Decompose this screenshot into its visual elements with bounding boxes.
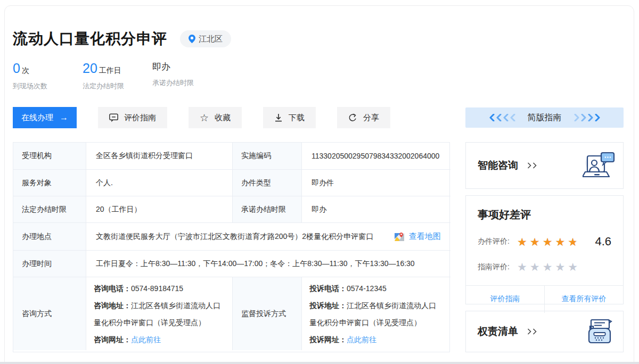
simple-guide-label: 简版指南 xyxy=(528,112,562,123)
location-value: 文教街道便民服务大厅（宁波市江北区文教街道育才路200号）2楼量化积分申评窗口 xyxy=(96,232,373,242)
stat-promise-limit-label: 承诺办结时限 xyxy=(152,78,222,88)
stat-legal-limit-value: 20 xyxy=(83,61,97,76)
complaint-web-line: 投诉网址：点此前往 xyxy=(309,331,376,348)
row-label: 监督投诉方式 xyxy=(232,277,301,350)
row-label: 办件类型 xyxy=(232,169,301,196)
rating-card-title: 事项好差评 xyxy=(478,208,623,222)
star-outline-icon: ☆ xyxy=(200,113,209,123)
location-cell: 文教街道便民服务大厅（宁波市江北区文教街道育才路200号）2楼量化积分申评窗口 … xyxy=(86,222,450,250)
share-label: 分享 xyxy=(363,113,379,123)
download-label: 下载 xyxy=(289,113,305,123)
download-button[interactable]: 下载 xyxy=(263,107,316,128)
complaint-phone-line: 投诉电话：0574-12345 xyxy=(309,280,387,297)
consult-phone-line: 咨询电话：0574-89184715 xyxy=(94,280,183,297)
consult-phone-label: 咨询电话： xyxy=(94,284,131,293)
stat-legal-limit-label: 法定办结时限 xyxy=(83,81,152,91)
typewriter-icon xyxy=(584,319,615,344)
favorite-button[interactable]: ☆ 收藏 xyxy=(189,107,242,128)
case-rating-row: 办件评价: ★★★★★★★★★★ 4.6 xyxy=(466,235,623,249)
guide-rating-label: 指南评价: xyxy=(478,262,517,272)
row-label: 办理地点 xyxy=(13,222,86,250)
view-map-link[interactable]: 查看地图 xyxy=(394,231,441,242)
complaint-web-label: 投诉网址： xyxy=(309,335,347,344)
region-badge-label: 江北区 xyxy=(199,34,223,44)
row-value: 1133020500295079834332002064000 xyxy=(301,143,450,169)
consult-address-label: 咨询地址： xyxy=(94,301,131,310)
consult-web-label: 咨询网址： xyxy=(94,335,131,344)
download-icon xyxy=(274,113,283,122)
stat-legal-limit-unit: 工作日 xyxy=(99,66,121,76)
case-rating-stars: ★★★★★★★★★★ xyxy=(517,236,580,247)
online-consult-icon xyxy=(583,151,616,180)
location-pin-icon xyxy=(189,35,195,43)
row-label: 实施编码 xyxy=(232,143,301,169)
arrow-right-icon: → xyxy=(60,113,68,122)
view-all-reviews-link[interactable]: 查看所有评价 xyxy=(544,286,623,313)
row-label: 服务对象 xyxy=(13,169,86,196)
simple-guide-button[interactable]: 简版指南 xyxy=(465,107,624,128)
duty-list-title: 权责清单 xyxy=(478,325,518,338)
rating-card: 事项好差评 办件评价: ★★★★★★★★★★ 4.6 指南评价: ★★★★★★★… xyxy=(465,195,624,304)
complaint-phone-value: 0574-12345 xyxy=(347,284,387,293)
smart-consult-card[interactable]: 智能咨询 xyxy=(465,142,624,189)
favorite-label: 收藏 xyxy=(215,113,231,123)
rating-guide-link[interactable]: 评价指南 xyxy=(466,286,544,313)
case-rating-label: 办件评价: xyxy=(478,237,517,246)
service-detail-card: 流动人口量化积分申评 江北区 0 次 到现场次数 20 工作日 法定办结时限 即… xyxy=(4,5,634,364)
main-content: 受理机构 全区各乡镇街道积分受理窗口 实施编码 1133020500295079… xyxy=(13,142,624,352)
complaint-phone-label: 投诉电话： xyxy=(309,284,347,293)
chevrons-left-icon xyxy=(488,114,516,121)
row-label: 法定办结时限 xyxy=(13,196,86,222)
consult-web-line: 咨询网址：点此前往 xyxy=(94,331,161,348)
service-info-table: 受理机构 全区各乡镇街道积分受理窗口 实施编码 1133020500295079… xyxy=(13,142,450,352)
consult-web-link[interactable]: 点此前往 xyxy=(131,335,161,344)
consult-phone-value: 0574-89184715 xyxy=(131,284,183,293)
duty-list-card[interactable]: 权责清单 xyxy=(465,311,624,352)
double-arrow-icon xyxy=(527,328,537,335)
complaint-contact-cell: 投诉电话：0574-12345 投诉地址：江北区各镇乡街道流动人口量化积分申评窗… xyxy=(301,277,450,350)
rating-links: 评价指南 查看所有评价 xyxy=(466,285,623,313)
stat-promise-limit: 即办 承诺办结时限 xyxy=(152,61,222,91)
online-apply-button[interactable]: 在线办理 → xyxy=(13,107,77,128)
online-apply-label: 在线办理 xyxy=(21,113,53,123)
page-title: 流动人口量化积分申评 xyxy=(13,29,167,49)
share-icon xyxy=(348,113,357,122)
chevrons-right-icon xyxy=(574,114,601,121)
view-map-label: 查看地图 xyxy=(409,231,441,242)
actions-row: 在线办理 → 评价指南 ☆ 收藏 下载 分享 xyxy=(13,107,624,128)
map-icon xyxy=(394,231,405,242)
header: 流动人口量化积分申评 江北区 xyxy=(13,29,624,49)
row-value: 20（工作日） xyxy=(86,196,232,222)
row-label: 受理机构 xyxy=(13,143,86,169)
guide-rating-row: 指南评价: ★★★★★★★★★★ xyxy=(466,261,623,272)
stat-promise-limit-value: 即办 xyxy=(152,61,170,73)
row-label: 咨询方式 xyxy=(13,277,86,350)
case-rating-score: 4.6 xyxy=(595,235,611,249)
complaint-address-label: 投诉地址： xyxy=(309,301,347,310)
complaint-address-line: 投诉地址：江北区各镇乡街道流动人口量化积分申评窗口（详见受理点） xyxy=(309,297,443,331)
double-arrow-icon xyxy=(527,162,537,169)
page-bottom-divider xyxy=(0,362,639,364)
stat-visits-value: 0 xyxy=(13,61,20,76)
row-label: 办理时间 xyxy=(13,250,86,277)
stats-row: 0 次 到现场次数 20 工作日 法定办结时限 即办 承诺办结时限 xyxy=(13,61,624,91)
complaint-web-link[interactable]: 点此前往 xyxy=(347,335,376,344)
share-button[interactable]: 分享 xyxy=(337,107,390,128)
stat-visits: 0 次 到现场次数 xyxy=(13,61,83,91)
row-value: 全区各乡镇街道积分受理窗口 xyxy=(86,143,232,169)
hours-value: 工作日夏令：上午8:30—11:30，下午14:00—17:00；冬令：上午8:… xyxy=(86,250,450,277)
consult-contact-cell: 咨询电话：0574-89184715 咨询地址：江北区各镇乡街道流动人口量化积分… xyxy=(86,277,232,350)
stat-legal-limit: 20 工作日 法定办结时限 xyxy=(83,61,152,91)
region-badge[interactable]: 江北区 xyxy=(180,30,231,47)
stat-visits-unit: 次 xyxy=(22,66,29,76)
smart-consult-title: 智能咨询 xyxy=(478,159,518,172)
row-value: 个人. xyxy=(86,169,232,196)
review-guide-button[interactable]: 评价指南 xyxy=(98,107,167,128)
review-guide-label: 评价指南 xyxy=(124,113,156,123)
row-value: 即办件 xyxy=(301,169,450,196)
guide-rating-stars: ★★★★★★★★★★ xyxy=(517,261,580,272)
row-value: 即办 xyxy=(301,196,450,222)
stat-visits-label: 到现场次数 xyxy=(13,81,83,91)
comment-icon xyxy=(109,113,118,122)
consult-address-line: 咨询地址：江北区各镇乡街道流动人口量化积分申评窗口（详见受理点） xyxy=(94,297,225,331)
